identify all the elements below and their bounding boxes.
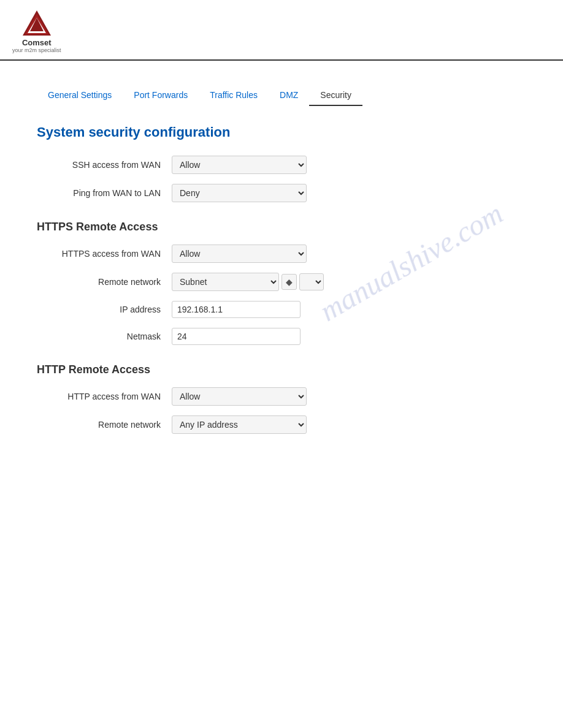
https-remote-network-label: Remote network: [37, 277, 172, 287]
https-access-wrapper: Allow Deny: [172, 245, 307, 263]
https-ip-address-row: IP address: [37, 301, 515, 318]
page-title: System security configuration: [37, 124, 515, 140]
http-remote-network-row: Remote network Any IP address Subnet: [37, 415, 515, 434]
logo: Comset your m2m specialist: [12, 9, 61, 53]
http-access-select[interactable]: Allow Deny: [172, 387, 307, 406]
http-access-wrapper: Allow Deny: [172, 387, 307, 406]
http-access-label: HTTP access from WAN: [37, 392, 172, 401]
https-section: HTTPS Remote Access HTTPS access from WA…: [37, 221, 515, 345]
http-remote-network-wrapper: Any IP address Subnet: [172, 415, 307, 434]
ssh-access-label: SSH access from WAN: [37, 160, 172, 170]
tab-port-forwards[interactable]: Port Forwards: [123, 85, 199, 106]
ping-wan-lan-label: Ping from WAN to LAN: [37, 188, 172, 198]
https-ip-address-input[interactable]: [172, 301, 301, 318]
logo-icon: [21, 9, 52, 37]
https-section-title: HTTPS Remote Access: [37, 221, 515, 233]
http-remote-network-label: Remote network: [37, 420, 172, 430]
http-section-title: HTTP Remote Access: [37, 363, 515, 376]
https-netmask-row: Netmask: [37, 328, 515, 345]
logo-text: Comset: [22, 38, 52, 47]
ssh-access-row: SSH access from WAN Allow Deny: [37, 156, 515, 174]
ping-wan-lan-row: Ping from WAN to LAN Allow Deny: [37, 184, 515, 202]
https-ip-address-label: IP address: [37, 305, 172, 314]
http-remote-network-select[interactable]: Any IP address Subnet: [172, 415, 307, 434]
tabs: General Settings Port Forwards Traffic R…: [37, 85, 515, 106]
ping-wan-lan-wrapper: Allow Deny: [172, 184, 307, 202]
https-netmask-wrapper: [172, 328, 307, 345]
ping-wan-lan-select[interactable]: Allow Deny: [172, 184, 307, 202]
https-ip-address-wrapper: [172, 301, 307, 318]
https-access-label: HTTPS access from WAN: [37, 249, 172, 259]
https-remote-network-wrapper: Subnet Any IP address ◆: [172, 273, 324, 291]
https-netmask-label: Netmask: [37, 332, 172, 341]
logo-subtext: your m2m specialist: [12, 47, 61, 53]
tab-traffic-rules[interactable]: Traffic Rules: [199, 85, 269, 106]
subnet-icon[interactable]: ◆: [282, 274, 297, 290]
system-security-section: SSH access from WAN Allow Deny Ping from…: [37, 156, 515, 202]
http-access-row: HTTP access from WAN Allow Deny: [37, 387, 515, 406]
tab-dmz[interactable]: DMZ: [269, 85, 309, 106]
https-remote-network-row: Remote network Subnet Any IP address ◆: [37, 273, 515, 291]
main-content: General Settings Port Forwards Traffic R…: [0, 61, 552, 456]
https-netmask-input[interactable]: [172, 328, 301, 345]
ssh-access-select[interactable]: Allow Deny: [172, 156, 307, 174]
header: Comset your m2m specialist: [0, 0, 563, 61]
https-access-row: HTTPS access from WAN Allow Deny: [37, 245, 515, 263]
tab-general-settings[interactable]: General Settings: [37, 85, 123, 106]
http-section: HTTP Remote Access HTTP access from WAN …: [37, 363, 515, 434]
ssh-access-wrapper: Allow Deny: [172, 156, 307, 174]
https-subnet-arrow-select[interactable]: [299, 273, 324, 290]
https-remote-network-select[interactable]: Subnet Any IP address: [172, 273, 279, 291]
tab-security[interactable]: Security: [309, 85, 362, 106]
https-access-select[interactable]: Allow Deny: [172, 245, 307, 263]
